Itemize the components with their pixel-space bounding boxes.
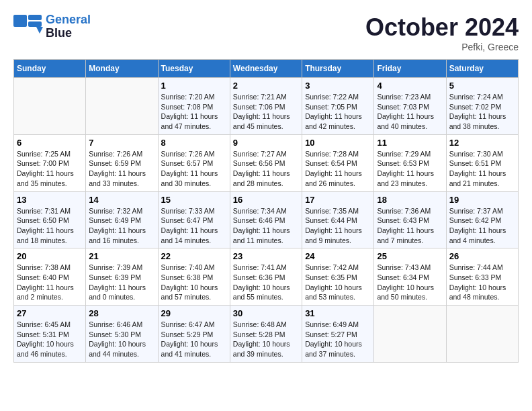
day-number: 11: [377, 138, 443, 148]
day-info: Sunrise: 7:26 AMSunset: 6:57 PMDaylight:…: [161, 149, 227, 189]
day-number: 24: [305, 251, 371, 261]
calendar-cell: 11Sunrise: 7:29 AMSunset: 6:53 PMDayligh…: [374, 134, 446, 191]
logo-icon: [13, 15, 43, 39]
logo-blue: Blue: [46, 26, 72, 40]
day-info: Sunrise: 7:31 AMSunset: 6:50 PMDaylight:…: [17, 206, 83, 246]
day-number: 19: [449, 195, 515, 205]
calendar-cell: [446, 306, 518, 363]
day-number: 21: [89, 251, 154, 261]
day-info: Sunrise: 7:38 AMSunset: 6:40 PMDaylight:…: [17, 263, 83, 302]
week-row-3: 13Sunrise: 7:31 AMSunset: 6:50 PMDayligh…: [14, 191, 519, 248]
day-number: 10: [305, 138, 371, 148]
day-number: 9: [233, 138, 299, 148]
day-info: Sunrise: 6:49 AMSunset: 5:27 PMDaylight:…: [305, 320, 371, 359]
day-number: 2: [233, 81, 299, 91]
calendar-cell: [86, 78, 158, 135]
calendar-cell: 15Sunrise: 7:33 AMSunset: 6:47 PMDayligh…: [158, 191, 230, 248]
calendar-cell: [14, 78, 86, 135]
calendar-cell: 29Sunrise: 6:47 AMSunset: 5:29 PMDayligh…: [158, 306, 230, 363]
calendar-cell: 30Sunrise: 6:48 AMSunset: 5:28 PMDayligh…: [230, 306, 302, 363]
day-number: 25: [377, 251, 443, 261]
week-row-2: 6Sunrise: 7:25 AMSunset: 7:00 PMDaylight…: [14, 134, 519, 191]
day-info: Sunrise: 7:30 AMSunset: 6:51 PMDaylight:…: [449, 149, 515, 189]
day-number: 15: [161, 195, 227, 205]
day-number: 23: [233, 251, 299, 261]
title-block: October 2024 Pefki, Greece: [365, 13, 519, 52]
week-row-5: 27Sunrise: 6:45 AMSunset: 5:31 PMDayligh…: [14, 306, 519, 363]
day-header-saturday: Saturday: [446, 60, 518, 78]
calendar-cell: 19Sunrise: 7:37 AMSunset: 6:42 PMDayligh…: [446, 191, 518, 248]
day-info: Sunrise: 6:45 AMSunset: 5:31 PMDaylight:…: [17, 320, 83, 359]
calendar-cell: 17Sunrise: 7:35 AMSunset: 6:44 PMDayligh…: [302, 191, 374, 248]
calendar-cell: 4Sunrise: 7:23 AMSunset: 7:03 PMDaylight…: [374, 78, 446, 135]
day-info: Sunrise: 7:26 AMSunset: 6:59 PMDaylight:…: [89, 149, 154, 189]
day-header-sunday: Sunday: [14, 60, 86, 78]
calendar-cell: 1Sunrise: 7:20 AMSunset: 7:08 PMDaylight…: [158, 78, 230, 135]
svg-rect-1: [28, 15, 42, 20]
calendar-cell: 9Sunrise: 7:27 AMSunset: 6:56 PMDaylight…: [230, 134, 302, 191]
day-number: 31: [305, 308, 371, 318]
month-title: October 2024: [365, 13, 519, 42]
day-number: 7: [89, 138, 154, 148]
calendar-cell: [374, 306, 446, 363]
day-info: Sunrise: 7:21 AMSunset: 7:06 PMDaylight:…: [233, 92, 299, 132]
day-header-tuesday: Tuesday: [158, 60, 230, 78]
day-info: Sunrise: 7:32 AMSunset: 6:49 PMDaylight:…: [89, 206, 154, 246]
calendar-cell: 18Sunrise: 7:36 AMSunset: 6:43 PMDayligh…: [374, 191, 446, 248]
svg-rect-2: [28, 21, 42, 27]
day-number: 12: [449, 138, 515, 148]
calendar-cell: 14Sunrise: 7:32 AMSunset: 6:49 PMDayligh…: [86, 191, 158, 248]
day-info: Sunrise: 7:43 AMSunset: 6:34 PMDaylight:…: [377, 263, 443, 302]
day-info: Sunrise: 7:42 AMSunset: 6:35 PMDaylight:…: [305, 263, 371, 302]
day-info: Sunrise: 7:40 AMSunset: 6:38 PMDaylight:…: [161, 263, 227, 302]
day-number: 22: [161, 251, 227, 261]
svg-marker-3: [36, 27, 43, 34]
day-number: 28: [89, 308, 154, 318]
day-info: Sunrise: 6:48 AMSunset: 5:28 PMDaylight:…: [233, 320, 299, 359]
calendar-cell: 7Sunrise: 7:26 AMSunset: 6:59 PMDaylight…: [86, 134, 158, 191]
calendar-cell: 3Sunrise: 7:22 AMSunset: 7:05 PMDaylight…: [302, 78, 374, 135]
day-number: 3: [305, 81, 371, 91]
calendar-cell: 5Sunrise: 7:24 AMSunset: 7:02 PMDaylight…: [446, 78, 518, 135]
day-number: 13: [17, 195, 83, 205]
week-row-4: 20Sunrise: 7:38 AMSunset: 6:40 PMDayligh…: [14, 248, 519, 306]
calendar-cell: 6Sunrise: 7:25 AMSunset: 7:00 PMDaylight…: [14, 134, 86, 191]
day-number: 5: [449, 81, 515, 91]
day-info: Sunrise: 7:35 AMSunset: 6:44 PMDaylight:…: [305, 206, 371, 246]
calendar-cell: 12Sunrise: 7:30 AMSunset: 6:51 PMDayligh…: [446, 134, 518, 191]
day-info: Sunrise: 7:28 AMSunset: 6:54 PMDaylight:…: [305, 149, 371, 189]
day-info: Sunrise: 7:39 AMSunset: 6:39 PMDaylight:…: [89, 263, 154, 302]
calendar-cell: 20Sunrise: 7:38 AMSunset: 6:40 PMDayligh…: [14, 248, 86, 306]
day-info: Sunrise: 7:24 AMSunset: 7:02 PMDaylight:…: [449, 92, 515, 132]
day-info: Sunrise: 7:36 AMSunset: 6:43 PMDaylight:…: [377, 206, 443, 246]
calendar-cell: 27Sunrise: 6:45 AMSunset: 5:31 PMDayligh…: [14, 306, 86, 363]
calendar-cell: 25Sunrise: 7:43 AMSunset: 6:34 PMDayligh…: [374, 248, 446, 306]
day-header-friday: Friday: [374, 60, 446, 78]
day-number: 18: [377, 195, 443, 205]
page-header: General Blue October 2024 Pefki, Greece: [13, 13, 519, 52]
calendar-cell: 26Sunrise: 7:44 AMSunset: 6:33 PMDayligh…: [446, 248, 518, 306]
day-number: 8: [161, 138, 227, 148]
day-number: 1: [161, 81, 227, 91]
header-row: SundayMondayTuesdayWednesdayThursdayFrid…: [14, 60, 519, 78]
day-info: Sunrise: 7:25 AMSunset: 7:00 PMDaylight:…: [17, 149, 83, 189]
day-number: 26: [449, 251, 515, 261]
calendar-cell: 13Sunrise: 7:31 AMSunset: 6:50 PMDayligh…: [14, 191, 86, 248]
calendar-cell: 22Sunrise: 7:40 AMSunset: 6:38 PMDayligh…: [158, 248, 230, 306]
calendar-cell: 24Sunrise: 7:42 AMSunset: 6:35 PMDayligh…: [302, 248, 374, 306]
day-info: Sunrise: 7:44 AMSunset: 6:33 PMDaylight:…: [449, 263, 515, 302]
week-row-1: 1Sunrise: 7:20 AMSunset: 7:08 PMDaylight…: [14, 78, 519, 135]
logo-general: General: [46, 13, 91, 26]
calendar-cell: 31Sunrise: 6:49 AMSunset: 5:27 PMDayligh…: [302, 306, 374, 363]
day-number: 6: [17, 138, 83, 148]
day-info: Sunrise: 7:37 AMSunset: 6:42 PMDaylight:…: [449, 206, 515, 246]
calendar-table: SundayMondayTuesdayWednesdayThursdayFrid…: [13, 59, 519, 363]
day-number: 16: [233, 195, 299, 205]
day-number: 20: [17, 251, 83, 261]
day-number: 27: [17, 308, 83, 318]
day-info: Sunrise: 7:41 AMSunset: 6:36 PMDaylight:…: [233, 263, 299, 302]
calendar-cell: 10Sunrise: 7:28 AMSunset: 6:54 PMDayligh…: [302, 134, 374, 191]
day-info: Sunrise: 6:47 AMSunset: 5:29 PMDaylight:…: [161, 320, 227, 359]
calendar-cell: 16Sunrise: 7:34 AMSunset: 6:46 PMDayligh…: [230, 191, 302, 248]
day-number: 14: [89, 195, 154, 205]
